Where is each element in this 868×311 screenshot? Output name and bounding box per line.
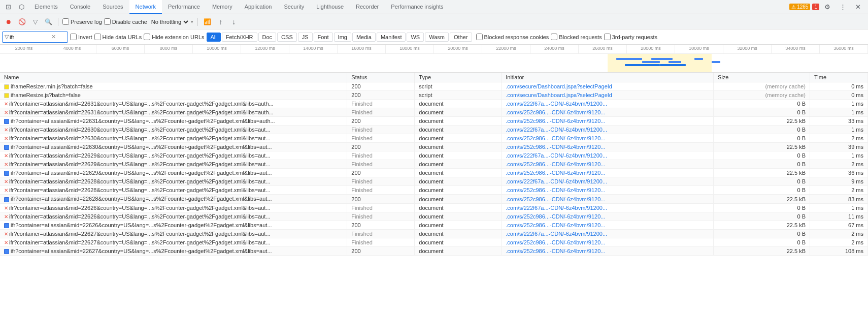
table-row[interactable]: ifr?container=atlassian&mid=22630&countr… bbox=[0, 143, 868, 151]
cell-initiator[interactable]: .com/s/252c986...-CDN/-6z4bvm/9120... bbox=[502, 108, 714, 117]
initiator-link[interactable]: .com/secure/Dashboard.jspa?selectPageId bbox=[506, 92, 612, 98]
type-filter-manifest[interactable]: Manifest bbox=[377, 33, 406, 42]
inspect-icon[interactable]: ⊡ bbox=[2, 1, 14, 13]
blocked-requests-checkbox[interactable]: Blocked requests bbox=[551, 34, 602, 40]
type-filter-wasm[interactable]: Wasm bbox=[425, 33, 449, 42]
cell-initiator[interactable]: .com/s/252c986...-CDN/-6z4bvm/9120... bbox=[502, 160, 714, 169]
tab-lighthouse[interactable]: Lighthouse bbox=[310, 0, 350, 14]
invert-checkbox[interactable]: Invert bbox=[70, 34, 92, 40]
hide-extension-urls-checkbox[interactable]: Hide extension URLs bbox=[144, 34, 204, 40]
type-filter-doc[interactable]: Doc bbox=[258, 33, 277, 42]
col-header-size[interactable]: Size bbox=[714, 73, 810, 82]
timeline-area[interactable]: 2000 ms4000 ms6000 ms8000 ms10000 ms1200… bbox=[0, 45, 868, 73]
search-input[interactable] bbox=[10, 34, 50, 40]
cell-initiator[interactable]: .com/s/252c986...-CDN/-6z4bvm/9120... bbox=[502, 221, 714, 229]
tab-performance[interactable]: Performance bbox=[162, 0, 206, 14]
cell-initiator[interactable]: .com/s/252c986...-CDN/-6z4bvm/9120... bbox=[502, 246, 714, 255]
wifi-icon-btn[interactable]: 📶 bbox=[202, 16, 213, 27]
disable-cache-checkbox[interactable]: Disable cache bbox=[104, 18, 147, 25]
cell-initiator[interactable]: .com/s/252c986...-CDN/-6z4bvm/9120... bbox=[502, 186, 714, 195]
tab-sources[interactable]: Sources bbox=[96, 0, 129, 14]
table-row[interactable]: ifr?container=atlassian&mid=22627&countr… bbox=[0, 246, 868, 255]
cell-initiator[interactable]: .com/s/222f67a...-CDN/-6z4bvm/91200... bbox=[502, 203, 714, 212]
cell-initiator[interactable]: .com/secure/Dashboard.jspa?selectPageId bbox=[502, 91, 714, 100]
initiator-link[interactable]: .com/s/252c986...-CDN/-6z4bvm/9120... bbox=[506, 213, 605, 220]
initiator-link[interactable]: .com/s/222f67a...-CDN/-6z4bvm/91200... bbox=[506, 231, 607, 237]
table-row[interactable]: ✕ifr?container=atlassian&mid=22629&count… bbox=[0, 151, 868, 160]
table-row[interactable]: iframeResize.js?batch=false200script.com… bbox=[0, 91, 868, 100]
initiator-link[interactable]: .com/s/252c986...-CDN/-6z4bvm/9120... bbox=[506, 144, 605, 150]
cell-initiator[interactable]: .com/s/252c986...-CDN/-6z4bvm/9120... bbox=[502, 212, 714, 221]
table-row[interactable]: ✕ifr?container=atlassian&mid=22626&count… bbox=[0, 212, 868, 221]
type-filter-all[interactable]: All bbox=[207, 33, 221, 42]
initiator-link[interactable]: .com/s/252c986...-CDN/-6z4bvm/9120... bbox=[506, 196, 605, 202]
settings-icon[interactable]: ⚙ bbox=[821, 1, 833, 13]
export-icon-btn[interactable]: ↓ bbox=[228, 16, 240, 27]
initiator-link[interactable]: .com/s/252c986...-CDN/-6z4bvm/9120... bbox=[506, 170, 605, 176]
type-filter-ws[interactable]: WS bbox=[407, 33, 424, 42]
close-devtools-icon[interactable]: ✕ bbox=[852, 1, 864, 13]
tab-network[interactable]: Network bbox=[129, 0, 162, 14]
device-icon[interactable]: ⬡ bbox=[15, 1, 27, 13]
table-row[interactable]: ifr?container=atlassian&mid=22631&countr… bbox=[0, 117, 868, 126]
cell-initiator[interactable]: .com/secure/Dashboard.jspa?selectPageId bbox=[502, 82, 714, 91]
table-row[interactable]: ✕ifr?container=atlassian&mid=22627&count… bbox=[0, 229, 868, 238]
col-header-type[interactable]: Type bbox=[415, 73, 502, 82]
cell-initiator[interactable]: .com/s/252c986...-CDN/-6z4bvm/9120... bbox=[502, 238, 714, 246]
tab-memory[interactable]: Memory bbox=[206, 0, 239, 14]
blocked-cookies-checkbox[interactable]: Blocked response cookies bbox=[476, 34, 549, 40]
initiator-link[interactable]: .com/s/222f67a...-CDN/-6z4bvm/91200... bbox=[506, 127, 607, 133]
initiator-link[interactable]: .com/s/252c986...-CDN/-6z4bvm/9120... bbox=[506, 135, 605, 141]
initiator-link[interactable]: .com/s/222f67a...-CDN/-6z4bvm/91200... bbox=[506, 101, 607, 107]
initiator-link[interactable]: .com/secure/Dashboard.jspa?selectPageId bbox=[506, 83, 612, 89]
type-filter-media[interactable]: Media bbox=[352, 33, 376, 42]
tab-security[interactable]: Security bbox=[278, 0, 310, 14]
table-row[interactable]: ifr?container=atlassian&mid=22626&countr… bbox=[0, 221, 868, 229]
import-icon-btn[interactable]: ↑ bbox=[215, 16, 226, 27]
type-filter-css[interactable]: CSS bbox=[277, 33, 297, 42]
tab-application[interactable]: Application bbox=[239, 0, 278, 14]
search-btn[interactable]: 🔍 bbox=[43, 16, 54, 27]
more-options-icon[interactable]: ⋮ bbox=[837, 1, 849, 13]
network-table-container[interactable]: Name Status Type Initiator Size Time ifr… bbox=[0, 73, 868, 311]
type-filter-js[interactable]: JS bbox=[298, 33, 313, 42]
table-row[interactable]: ✕ifr?container=atlassian&mid=22626&count… bbox=[0, 203, 868, 212]
initiator-link[interactable]: .com/s/252c986...-CDN/-6z4bvm/9120... bbox=[506, 239, 605, 245]
table-row[interactable]: ifr?container=atlassian&mid=22628&countr… bbox=[0, 195, 868, 203]
cell-initiator[interactable]: .com/s/222f67a...-CDN/-6z4bvm/91200... bbox=[502, 126, 714, 134]
initiator-link[interactable]: .com/s/222f67a...-CDN/-6z4bvm/91200... bbox=[506, 178, 607, 184]
cell-initiator[interactable]: .com/s/252c986...-CDN/-6z4bvm/9120... bbox=[502, 169, 714, 177]
col-header-name[interactable]: Name bbox=[0, 73, 347, 82]
clear-btn[interactable]: 🚫 bbox=[16, 16, 27, 27]
record-stop-btn[interactable]: ⏺ bbox=[3, 16, 14, 27]
col-header-time[interactable]: Time bbox=[810, 73, 868, 82]
cell-initiator[interactable]: .com/s/222f67a...-CDN/-6z4bvm/91200... bbox=[502, 100, 714, 108]
preserve-log-checkbox[interactable]: Preserve log bbox=[62, 18, 102, 25]
table-row[interactable]: ✕ifr?container=atlassian&mid=22631&count… bbox=[0, 100, 868, 108]
cell-initiator[interactable]: .com/s/252c986...-CDN/-6z4bvm/9120... bbox=[502, 143, 714, 151]
hide-data-urls-checkbox[interactable]: Hide data URLs bbox=[94, 34, 142, 40]
table-row[interactable]: iframeResizer.min.js?batch=false200scrip… bbox=[0, 82, 868, 91]
clear-search-icon[interactable]: ✕ bbox=[51, 34, 56, 40]
type-filter-fetch-xhr[interactable]: Fetch/XHR bbox=[222, 33, 257, 42]
table-row[interactable]: ✕ifr?container=atlassian&mid=22631&count… bbox=[0, 108, 868, 117]
table-row[interactable]: ✕ifr?container=atlassian&mid=22627&count… bbox=[0, 238, 868, 246]
filter-icon-btn[interactable]: ▽ bbox=[29, 16, 41, 27]
cell-initiator[interactable]: .com/s/252c986...-CDN/-6z4bvm/9120... bbox=[502, 117, 714, 126]
tab-console[interactable]: Console bbox=[64, 0, 96, 14]
table-row[interactable]: ✕ifr?container=atlassian&mid=22628&count… bbox=[0, 186, 868, 195]
cell-initiator[interactable]: .com/s/222f67a...-CDN/-6z4bvm/91200... bbox=[502, 229, 714, 238]
table-row[interactable]: ifr?container=atlassian&mid=22629&countr… bbox=[0, 169, 868, 177]
initiator-link[interactable]: .com/s/222f67a...-CDN/-6z4bvm/91200... bbox=[506, 205, 607, 211]
third-party-checkbox[interactable]: 3rd-party requests bbox=[604, 34, 657, 40]
initiator-link[interactable]: .com/s/252c986...-CDN/-6z4bvm/9120... bbox=[506, 248, 605, 254]
initiator-link[interactable]: .com/s/252c986...-CDN/-6z4bvm/9120... bbox=[506, 187, 605, 193]
initiator-link[interactable]: .com/s/252c986...-CDN/-6z4bvm/9120... bbox=[506, 118, 605, 124]
type-filter-img[interactable]: Img bbox=[334, 33, 351, 42]
col-header-initiator[interactable]: Initiator bbox=[502, 73, 714, 82]
cell-initiator[interactable]: .com/s/222f67a...-CDN/-6z4bvm/91200... bbox=[502, 151, 714, 160]
throttle-select[interactable]: No throttling Fast 3G Slow 3G bbox=[149, 18, 190, 25]
throttle-select-wrapper[interactable]: No throttling Fast 3G Slow 3G ▾ bbox=[149, 18, 193, 25]
col-header-status[interactable]: Status bbox=[347, 73, 415, 82]
table-row[interactable]: ✕ifr?container=atlassian&mid=22629&count… bbox=[0, 160, 868, 169]
